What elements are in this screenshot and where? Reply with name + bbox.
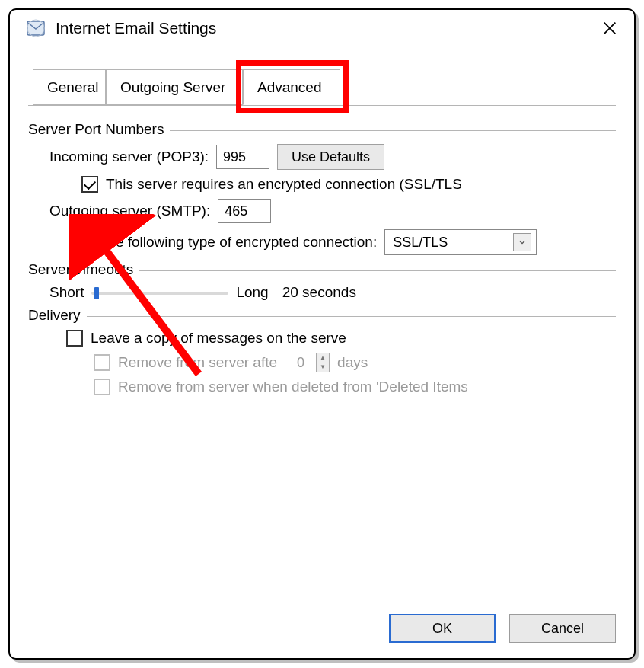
leave-copy-label: Leave a copy of messages on the serve (91, 330, 346, 347)
tab-label: Advanced (257, 79, 322, 96)
group-server-timeouts: Server Timeouts Short Long 20 seconds (28, 261, 616, 301)
tab-outgoing-server[interactable]: Outgoing Server (106, 69, 243, 105)
tab-label: Outgoing Server (120, 79, 225, 96)
leave-copy-checkbox[interactable] (66, 330, 83, 347)
group-delivery: Delivery Leave a copy of messages on the… (28, 307, 616, 395)
encryption-type-select[interactable]: SSL/TLS (384, 229, 537, 255)
incoming-server-label: Incoming server (POP3): (49, 149, 209, 165)
timeout-value: 20 seconds (282, 284, 356, 301)
slider-thumb[interactable] (94, 287, 99, 299)
chevron-down-icon (513, 233, 531, 251)
tab-advanced[interactable]: Advanced (243, 69, 340, 105)
incoming-port-input[interactable] (216, 145, 269, 169)
remove-after-days-unit: days (337, 354, 368, 371)
outgoing-port-input[interactable] (218, 199, 271, 223)
dialog-footer: OK Cancel (389, 614, 616, 643)
close-button[interactable] (593, 11, 626, 45)
use-defaults-button[interactable]: Use Defaults (277, 144, 384, 170)
encryption-type-label: Use the following type of encrypted conn… (74, 234, 377, 251)
dialog-window: Internet Email Settings General Outgoing… (8, 8, 636, 660)
group-label: Server Timeouts (28, 261, 133, 278)
ssl-checkbox-label: This server requires an encrypted connec… (106, 176, 462, 193)
titlebar: Internet Email Settings (10, 10, 634, 46)
timeout-long-label: Long (236, 284, 268, 301)
ssl-checkbox[interactable] (81, 176, 98, 193)
tab-label: General (47, 79, 99, 96)
remove-after-days-input (285, 354, 316, 371)
timeout-slider[interactable] (91, 286, 228, 299)
svg-rect-0 (27, 21, 44, 35)
remove-after-label: Remove from server afte (118, 354, 277, 371)
tab-general[interactable]: General (33, 69, 106, 105)
ok-button[interactable]: OK (389, 614, 496, 643)
spinner-buttons: ▲ ▼ (316, 353, 329, 372)
dialog-body: Server Port Numbers Incoming server (POP… (10, 106, 634, 395)
spinner-down-icon: ▼ (317, 363, 329, 372)
remove-deleted-label: Remove from server when deleted from 'De… (118, 379, 468, 395)
group-server-port-numbers: Server Port Numbers Incoming server (POP… (28, 121, 616, 255)
group-label: Server Port Numbers (28, 121, 164, 138)
remove-deleted-checkbox (94, 379, 110, 395)
slider-track (91, 292, 228, 295)
cancel-button[interactable]: Cancel (509, 614, 616, 643)
group-rule (139, 270, 616, 271)
spinner-up-icon: ▲ (317, 353, 329, 363)
timeout-short-label: Short (49, 284, 84, 301)
encryption-type-value: SSL/TLS (393, 235, 513, 251)
group-rule (87, 316, 616, 317)
group-label: Delivery (28, 307, 81, 324)
remove-after-checkbox (94, 354, 110, 371)
group-rule (170, 130, 616, 131)
remove-after-days-spinner: ▲ ▼ (285, 353, 330, 372)
window-title: Internet Email Settings (56, 19, 216, 37)
tab-strip: General Outgoing Server Advanced (28, 69, 616, 106)
outgoing-server-label: Outgoing server (SMTP): (49, 203, 210, 219)
app-icon (25, 18, 46, 39)
